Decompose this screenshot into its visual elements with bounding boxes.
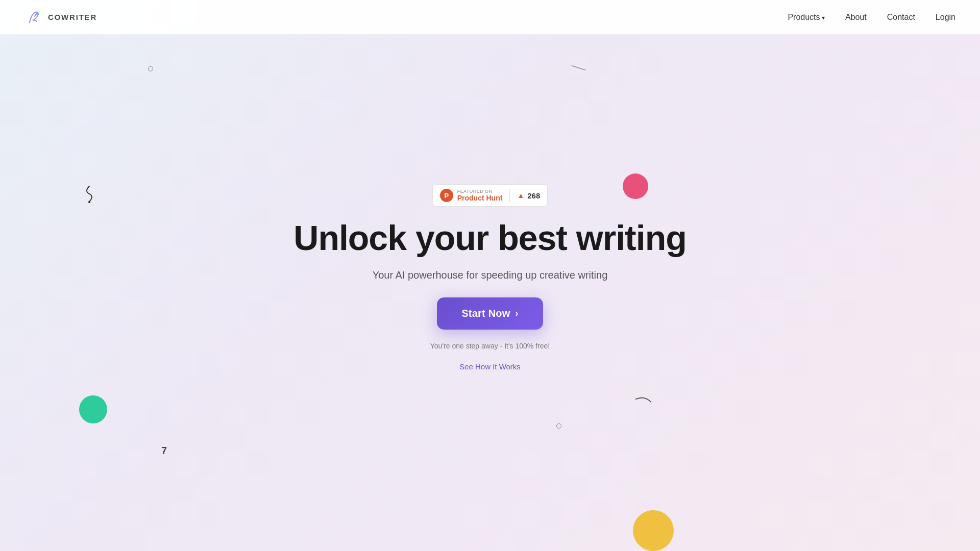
ph-right-section: ▲ 268 — [510, 191, 547, 200]
logo-icon — [24, 8, 43, 27]
logo-text: COWRITER — [48, 13, 97, 21]
main-content: P FEATURED ON Product Hunt ▲ 268 Unlock … — [0, 0, 980, 551]
ph-product-hunt-text: Product Hunt — [457, 194, 503, 202]
nav-login[interactable]: Login — [936, 13, 955, 22]
ph-text-block: FEATURED ON Product Hunt — [457, 189, 503, 202]
start-now-label: Start Now — [461, 308, 510, 319]
start-now-button[interactable]: Start Now › — [437, 297, 543, 330]
ph-left-section: P FEATURED ON Product Hunt — [433, 189, 510, 202]
hero-section: P FEATURED ON Product Hunt ▲ 268 Unlock … — [293, 184, 686, 371]
ph-upvote-arrow: ▲ — [517, 191, 524, 199]
ph-logo-circle: P — [440, 189, 453, 202]
nav-products[interactable]: Products — [788, 13, 824, 22]
cta-arrow-icon: › — [515, 308, 518, 319]
see-how-link[interactable]: See How It Works — [459, 362, 521, 371]
hero-title: Unlock your best writing — [293, 219, 686, 257]
logo-link[interactable]: COWRITER — [24, 8, 97, 27]
hero-subtitle: Your AI powerhouse for speeding up creat… — [373, 269, 608, 281]
product-hunt-badge[interactable]: P FEATURED ON Product Hunt ▲ 268 — [432, 184, 548, 207]
free-text: You're one step away - It's 100% free! — [430, 342, 550, 350]
ph-featured-on: FEATURED ON — [457, 189, 503, 194]
nav-links: Products About Contact Login — [788, 13, 955, 22]
navbar: COWRITER Products About Contact Login — [0, 0, 980, 35]
nav-about[interactable]: About — [845, 13, 867, 22]
nav-contact[interactable]: Contact — [887, 13, 915, 22]
ph-vote-count: 268 — [527, 191, 540, 200]
